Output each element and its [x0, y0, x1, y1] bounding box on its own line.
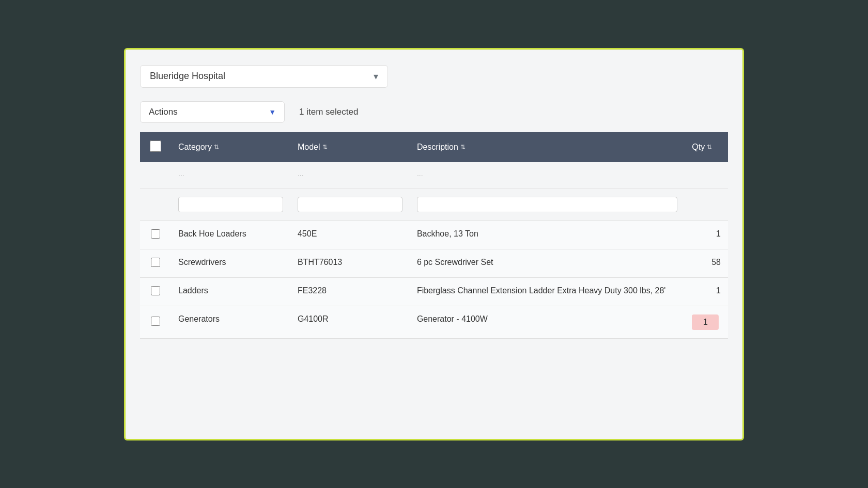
- table-row: Generators G4100R Generator - 4100W 1: [140, 306, 728, 338]
- row-checkbox[interactable]: [151, 229, 160, 239]
- cell-description: Fiberglass Channel Extension Ladder Extr…: [410, 277, 685, 306]
- column-header-description[interactable]: Description ⇅: [410, 132, 685, 162]
- row-checkbox[interactable]: [151, 258, 160, 267]
- row-checkbox-cell[interactable]: [140, 277, 171, 306]
- cell-model: BTHT76013: [290, 249, 410, 277]
- cell-model: 450E: [290, 221, 410, 249]
- cell-description: Generator - 4100W: [410, 306, 685, 338]
- filter-category-input[interactable]: [178, 197, 283, 212]
- cell-qty-highlighted: 1: [685, 306, 728, 338]
- actions-dropdown[interactable]: Actions ▼: [140, 101, 285, 123]
- sort-icon: ⇅: [460, 144, 466, 151]
- cell-category: Generators: [171, 306, 290, 338]
- cell-qty: 58: [685, 249, 728, 277]
- table-row: Screwdrivers BTHT76013 6 pc Screwdriver …: [140, 249, 728, 277]
- row-checkbox[interactable]: [151, 317, 160, 326]
- filter-model-input[interactable]: [298, 197, 402, 212]
- main-panel: Blueridge Hospital ▾ Actions ▼ 1 item se…: [124, 48, 744, 440]
- row-checkbox-cell[interactable]: [140, 221, 171, 249]
- actions-label: Actions: [149, 107, 178, 117]
- cell-description: 6 pc Screwdriver Set: [410, 249, 685, 277]
- cell-qty: 1: [685, 277, 728, 306]
- filter-row: [140, 188, 728, 221]
- actions-bar: Actions ▼ 1 item selected: [140, 101, 728, 123]
- sort-icon: ⇅: [322, 144, 328, 151]
- column-header-qty[interactable]: Qty ⇅: [685, 132, 728, 162]
- table-row: Back Hoe Loaders 450E Backhoe, 13 Ton 1: [140, 221, 728, 249]
- filter-description-input[interactable]: [417, 197, 677, 212]
- cell-model: G4100R: [290, 306, 410, 338]
- table-row: Ladders FE3228 Fiberglass Channel Extens…: [140, 277, 728, 306]
- sort-icon: ⇅: [214, 144, 219, 151]
- cell-model: FE3228: [290, 277, 410, 306]
- select-all-checkbox[interactable]: [150, 140, 161, 152]
- cell-category: Ladders: [171, 277, 290, 306]
- cell-category: Screwdrivers: [171, 249, 290, 277]
- hospital-selector[interactable]: Blueridge Hospital ▾: [140, 65, 388, 88]
- select-all-checkbox-header[interactable]: [140, 132, 171, 162]
- column-header-category[interactable]: Category ⇅: [171, 132, 290, 162]
- dropdown-arrow-icon: ▼: [269, 108, 276, 116]
- row-checkbox[interactable]: [151, 286, 160, 295]
- column-header-model[interactable]: Model ⇅: [290, 132, 410, 162]
- cell-description: Backhoe, 13 Ton: [410, 221, 685, 249]
- partial-row: ··· ··· ···: [140, 162, 728, 188]
- data-table: Category ⇅ Model ⇅ Description ⇅: [140, 132, 728, 339]
- sort-icon: ⇅: [707, 144, 712, 151]
- row-checkbox-cell[interactable]: [140, 306, 171, 338]
- chevron-down-icon: ▾: [374, 71, 378, 82]
- hospital-name: Blueridge Hospital: [150, 71, 225, 82]
- cell-qty: 1: [685, 221, 728, 249]
- table-header-row: Category ⇅ Model ⇅ Description ⇅: [140, 132, 728, 162]
- selection-status: 1 item selected: [299, 107, 358, 117]
- cell-category: Back Hoe Loaders: [171, 221, 290, 249]
- row-checkbox-cell[interactable]: [140, 249, 171, 277]
